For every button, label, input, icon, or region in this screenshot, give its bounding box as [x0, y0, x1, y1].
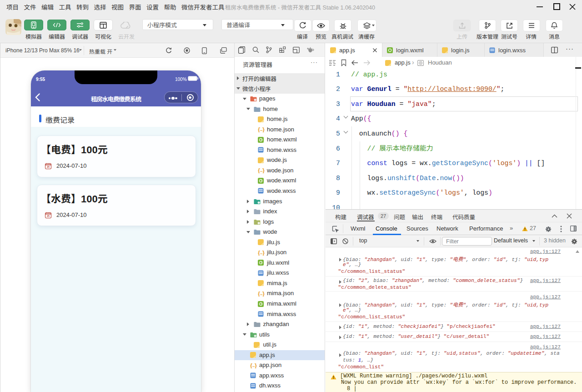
- svg-text:{: {: [258, 250, 260, 256]
- svg-text:{: {: [258, 291, 260, 297]
- svg-text:}: }: [262, 250, 265, 256]
- svg-text:}: }: [262, 167, 265, 173]
- svg-text:25: 25: [47, 166, 50, 168]
- svg-text:}: }: [262, 126, 265, 132]
- svg-text:}: }: [255, 362, 257, 368]
- svg-text:{: {: [250, 362, 252, 368]
- svg-text:{: {: [258, 126, 260, 132]
- svg-text:}: }: [262, 291, 265, 297]
- svg-text:{: {: [258, 167, 260, 173]
- svg-text:25: 25: [47, 215, 50, 217]
